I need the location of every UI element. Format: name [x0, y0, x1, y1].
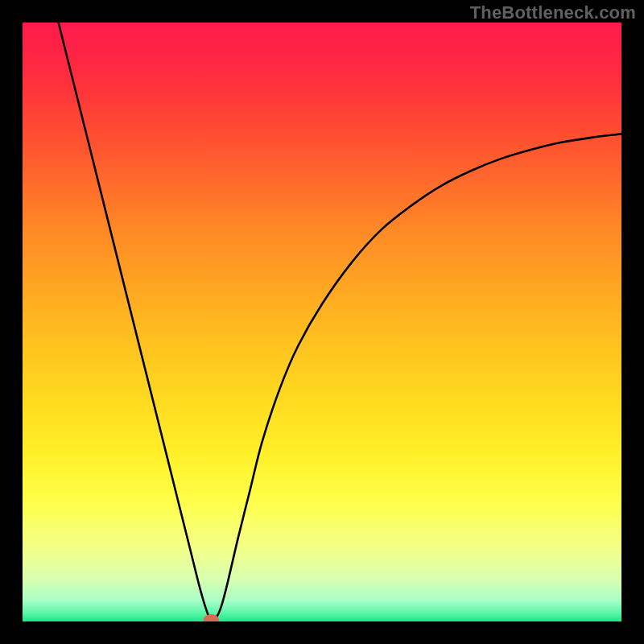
chart-container: TheBottleneck.com — [0, 0, 644, 644]
plot-area — [23, 23, 621, 621]
gradient-background — [23, 23, 621, 621]
chart-svg — [23, 23, 621, 621]
watermark-text: TheBottleneck.com — [470, 2, 636, 23]
